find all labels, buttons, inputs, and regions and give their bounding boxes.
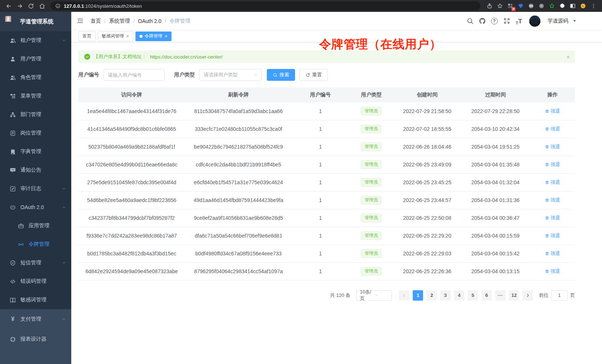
doc-link[interactable]: https://doc.iocoder.cn/user-center/ [150,54,223,60]
force-logout-button[interactable]: 强退 [545,268,560,275]
profile-emoji-icon[interactable] [578,1,588,11]
page-12-button[interactable]: 12 [509,290,519,301]
app-logo[interactable]: 芋道管理系统 [0,12,71,31]
force-logout-button[interactable]: 强退 [545,161,560,168]
refresh-token-cell: 49d1aa46d1454fbd87591444423be9fa [185,191,292,209]
sidebar-item-role[interactable]: 角色管理 [0,68,71,87]
trash-icon [545,269,549,274]
page-1-button[interactable]: 1 [413,290,423,301]
force-logout-button[interactable]: 强退 [545,143,560,150]
sidebar-item-error-code[interactable]: 错误码管理 [0,272,71,291]
help-icon[interactable]: ? [490,17,498,25]
user-type-tag: 管理员 [361,196,382,205]
page-5-button[interactable]: 5 [468,290,478,301]
record-extension-icon[interactable] [537,1,546,11]
sidebar-item-oauth2[interactable]: OAuth 2.0 [0,198,71,216]
tab-close-icon[interactable]: × [165,34,168,39]
sidebar-item-dept[interactable]: 部门管理 [0,105,71,124]
tab-close-icon[interactable]: × [126,34,129,39]
user-id-input[interactable] [104,69,164,81]
tab-首页[interactable]: 首页 [78,32,95,41]
bookmark-star-icon[interactable] [495,1,505,11]
sidebar-fold-icon[interactable] [76,17,85,25]
command-extension-icon[interactable] [526,1,536,11]
sidebar-item-oauth2-token[interactable]: 令牌管理 [0,235,71,254]
user-avatar[interactable] [529,16,540,27]
force-logout-button[interactable]: 强退 [545,232,560,239]
browser-reload-button[interactable] [26,1,36,11]
chevron-up-icon [62,205,66,209]
sidebar-item-pay[interactable]: ¥支付管理 [0,309,71,329]
site-info-icon[interactable] [55,3,61,9]
breadcrumb-item[interactable]: OAuth 2.0 [138,18,161,24]
alert-close-icon[interactable]: × [566,54,570,60]
reset-button[interactable]: 重置 [300,69,328,81]
gem-extension-icon[interactable] [516,1,526,11]
search-icon[interactable] [466,17,474,25]
refresh-token-cell: dfa6c71a50a54c66bef706ef9e6e8d81 [185,227,292,245]
expire-time-cell: 2054-03-04 00:36:47 [461,209,530,227]
table-body: 1ea5e44f8bc1467aaede43144f31de76811c5304… [78,102,575,280]
sidebar-item-audit-log[interactable]: 审计日志 [0,179,71,198]
page-4-button[interactable]: 4 [454,290,464,301]
extension-badge-icon[interactable]: 9 [506,1,515,11]
force-logout-button[interactable]: 强退 [545,108,560,115]
page-3-button[interactable]: 3 [440,290,451,301]
extension-badge-count: 9 [511,7,516,11]
user-type-tag: 管理员 [361,160,382,169]
green-star-extension-icon[interactable] [547,1,557,11]
browser-menu-icon[interactable] [589,1,598,11]
pagination-ellipsis[interactable]: ··· [495,290,506,301]
share-icon[interactable] [485,1,494,11]
users-icon [10,75,16,81]
browser-forward-button[interactable] [15,1,24,11]
force-logout-button[interactable]: 强退 [545,250,560,257]
page-2-button[interactable]: 2 [426,290,437,301]
actions-cell: 强退 [530,245,575,262]
sidebar-item-label: 令牌管理 [29,241,66,248]
browser-home-button[interactable] [37,1,47,11]
search-button[interactable]: 搜索 [267,69,295,81]
force-logout-button[interactable]: 强退 [545,126,560,132]
force-logout-button[interactable]: 强退 [545,215,560,221]
sidebar-item-tenant[interactable]: 租户管理 [0,31,71,50]
goto-page-input[interactable] [551,290,567,301]
browser-back-button[interactable] [4,1,13,11]
breadcrumb-item[interactable]: 首页 [91,18,101,24]
prev-page-button[interactable] [399,290,409,301]
force-logout-button[interactable]: 强退 [545,179,560,186]
tab-敏感词管理[interactable]: 敏感词管理× [98,32,133,41]
user-dropdown-caret-icon[interactable] [573,20,576,23]
sidebar-item-menu[interactable]: 菜单管理 [0,87,71,105]
user-type-select[interactable]: 请选择用户类型 [199,69,262,81]
extensions-puzzle-icon[interactable] [557,1,567,11]
app-title: 芋道管理系统 [20,18,53,25]
browser-toolbar: 127.0.0.1:1024/system/oauth2/token 9 [0,0,602,12]
split-screen-icon[interactable] [568,1,578,11]
tab-令牌管理[interactable]: 令牌管理× [135,32,172,41]
user-type-tag: 管理员 [361,142,382,151]
user-type-label: 用户类型 [174,72,195,78]
address-bar[interactable]: 127.0.0.1:1024/system/oauth2/token [50,1,480,10]
sidebar-item-user[interactable]: 用户管理 [0,50,71,68]
force-logout-button[interactable]: 强退 [545,197,560,203]
sidebar-item-oauth2-app[interactable]: 应用管理 [0,216,71,235]
page-size-select[interactable]: 10条/页 [356,290,392,301]
trash-icon [545,180,549,185]
sidebar-item-post[interactable]: 岗位管理 [0,124,71,142]
sidebar-item-label: 敏感词管理 [20,297,66,303]
sidebar-item-report-designer[interactable]: 报表设计器 [0,329,71,349]
sidebar-item-sensitive-word[interactable]: 敏感词管理 [0,291,71,309]
sidebar-item-notice[interactable]: 通知公告 [0,161,71,179]
username[interactable]: 芋道源码 [547,18,568,24]
sidebar-item-dict[interactable]: 字典管理 [0,142,71,161]
page-6-button[interactable]: 6 [481,290,492,301]
annotation-text: 令牌管理（在线用户） [319,36,442,53]
sidebar-item-label: 报表设计器 [20,336,66,343]
sidebar-item-sms[interactable]: 短信管理 [0,254,71,272]
fullscreen-icon[interactable] [503,17,511,25]
font-size-icon[interactable]: TT [515,17,523,25]
next-page-button[interactable] [523,290,533,301]
breadcrumb-item[interactable]: 系统管理 [109,18,130,24]
github-icon[interactable] [478,17,486,25]
